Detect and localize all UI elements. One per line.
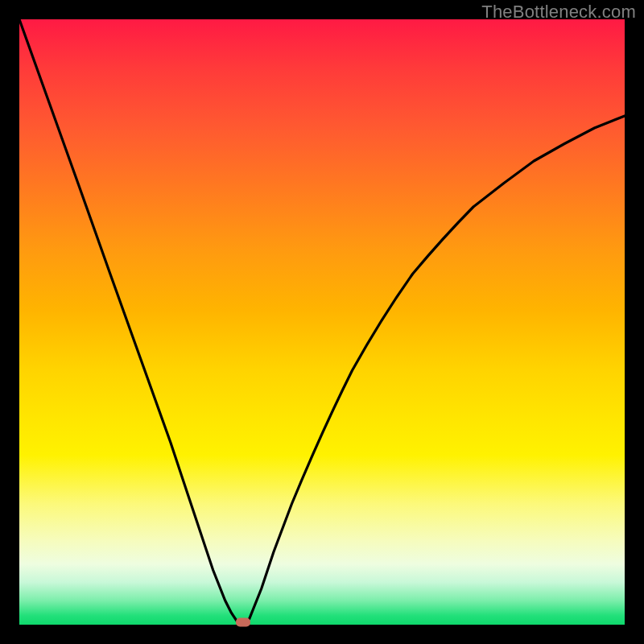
bottleneck-curve (19, 19, 625, 625)
optimum-marker (236, 618, 250, 627)
watermark: TheBottleneck.com (481, 2, 636, 23)
plot-area (19, 19, 625, 625)
curve-path (19, 19, 625, 625)
